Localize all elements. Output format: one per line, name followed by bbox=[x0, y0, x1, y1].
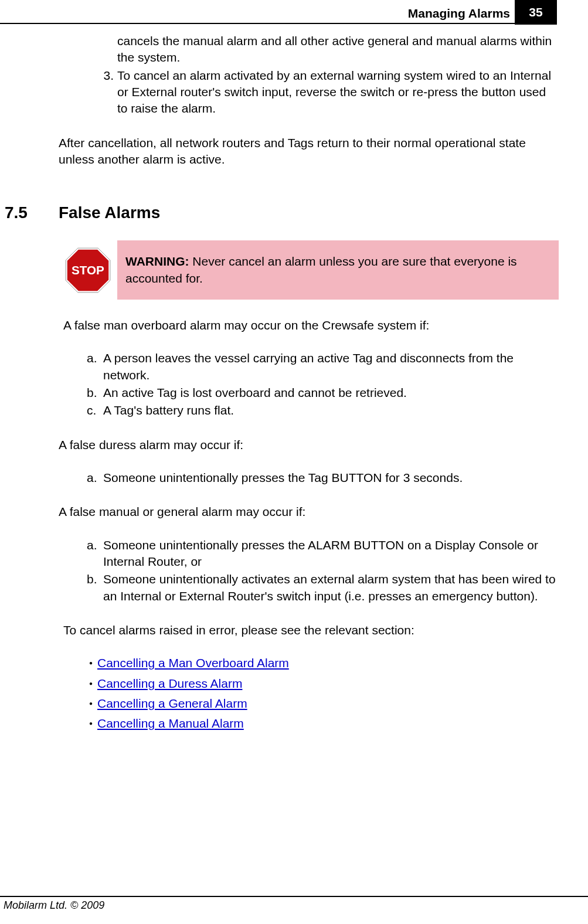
list-marker: b. bbox=[87, 385, 103, 401]
list-item-text: A Tag's battery runs flat. bbox=[103, 402, 234, 419]
header-rule bbox=[0, 23, 515, 24]
list-marker: c. bbox=[87, 402, 103, 419]
page-header: Managing Alarms 35 bbox=[0, 0, 588, 25]
manual-list: a. Someone unintentionally presses the A… bbox=[87, 537, 559, 604]
header-title: Managing Alarms bbox=[408, 5, 515, 22]
list-marker: a. bbox=[87, 350, 103, 383]
list-item: a. Someone unintentionally presses the T… bbox=[87, 470, 559, 486]
svg-text:STOP: STOP bbox=[72, 263, 104, 276]
list-item-3: 3. To cancel an alarm activated by an ex… bbox=[102, 67, 559, 117]
paragraph-after-cancellation: After cancellation, all network routers … bbox=[59, 135, 559, 168]
stop-icon: STOP bbox=[59, 240, 117, 300]
list-marker: a. bbox=[87, 470, 103, 486]
list-item: ● Cancelling a Man Overboard Alarm bbox=[84, 655, 559, 671]
link-cancel-mob[interactable]: Cancelling a Man Overboard Alarm bbox=[97, 655, 289, 671]
list-item-text: A person leaves the vessel carrying an a… bbox=[103, 350, 559, 383]
link-cancel-general[interactable]: Cancelling a General Alarm bbox=[97, 695, 247, 712]
list-item: ● Cancelling a Duress Alarm bbox=[84, 675, 559, 692]
paragraph-manual-intro: A false manual or general alarm may occu… bbox=[59, 504, 559, 520]
footer-copyright: Mobilarm Ltd. © 2009 bbox=[0, 897, 588, 912]
list-marker: b. bbox=[87, 571, 103, 604]
page-number-box: 35 bbox=[515, 0, 557, 25]
link-cancel-manual[interactable]: Cancelling a Manual Alarm bbox=[97, 715, 244, 732]
mob-list: a. A person leaves the vessel carrying a… bbox=[87, 350, 559, 419]
list-item: b. An active Tag is lost overboard and c… bbox=[87, 385, 559, 401]
warning-text-box: WARNING: Never cancel an alarm unless yo… bbox=[117, 240, 559, 300]
list-item: a. Someone unintentionally presses the A… bbox=[87, 537, 559, 570]
section-title: False Alarms bbox=[59, 202, 160, 224]
duress-list: a. Someone unintentionally presses the T… bbox=[87, 470, 559, 486]
bullet-icon: ● bbox=[84, 695, 97, 712]
continued-text: cancels the manual alarm and all other a… bbox=[102, 33, 559, 66]
list-item-text: To cancel an alarm activated by an exter… bbox=[117, 67, 559, 117]
section-heading: 7.5 False Alarms bbox=[0, 202, 559, 224]
bullet-icon: ● bbox=[84, 715, 97, 732]
paragraph-mob-intro: A false man overboard alarm may occur on… bbox=[63, 317, 559, 334]
list-marker: a. bbox=[87, 537, 103, 570]
bullet-icon: ● bbox=[84, 655, 97, 671]
list-item-text: Someone unintentionally presses the Tag … bbox=[103, 470, 463, 486]
list-item: a. A person leaves the vessel carrying a… bbox=[87, 350, 559, 383]
list-item: ● Cancelling a Manual Alarm bbox=[84, 715, 559, 732]
section-number: 7.5 bbox=[0, 202, 59, 224]
list-item: c. A Tag's battery runs flat. bbox=[87, 402, 559, 419]
list-item: b. Someone unintentionally activates an … bbox=[87, 571, 559, 604]
paragraph-duress-intro: A false duress alarm may occur if: bbox=[59, 437, 559, 453]
cancel-links-list: ● Cancelling a Man Overboard Alarm ● Can… bbox=[84, 655, 559, 732]
list-marker: 3. bbox=[102, 67, 117, 117]
list-item-text: Someone unintentionally activates an ext… bbox=[103, 571, 559, 604]
page-footer: Mobilarm Ltd. © 2009 bbox=[0, 896, 588, 912]
warning-callout: STOP WARNING: Never cancel an alarm unle… bbox=[59, 240, 559, 300]
list-item-text: Someone unintentionally presses the ALAR… bbox=[103, 537, 559, 570]
page-number: 35 bbox=[529, 4, 542, 21]
paragraph-cancel-see: To cancel alarms raised in error, please… bbox=[63, 622, 559, 638]
list-item: ● Cancelling a General Alarm bbox=[84, 695, 559, 712]
link-cancel-duress[interactable]: Cancelling a Duress Alarm bbox=[97, 675, 242, 692]
warning-label: WARNING: bbox=[125, 254, 189, 268]
bullet-icon: ● bbox=[84, 675, 97, 692]
page-content: cancels the manual alarm and all other a… bbox=[0, 33, 559, 736]
list-item-text: An active Tag is lost overboard and cann… bbox=[103, 385, 407, 401]
continued-list: cancels the manual alarm and all other a… bbox=[102, 33, 559, 117]
